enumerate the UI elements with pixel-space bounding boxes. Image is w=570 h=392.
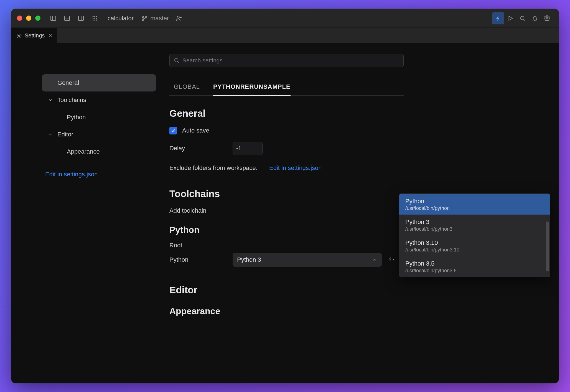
- svg-point-8: [96, 16, 97, 17]
- subsection-python: Python: [169, 225, 404, 235]
- sidebar-item-label: General: [57, 79, 79, 86]
- add-collaborator-button[interactable]: [173, 12, 185, 24]
- sidebar-item-toolchains[interactable]: Toolchains: [42, 91, 156, 109]
- sidebar-item-general[interactable]: General: [42, 74, 156, 91]
- search-input[interactable]: [182, 57, 399, 64]
- svg-point-7: [94, 16, 95, 17]
- tab-settings[interactable]: Settings ✕: [11, 28, 57, 43]
- settings-button[interactable]: [541, 12, 553, 24]
- section-general: General Auto save Delay Exclude folders …: [169, 108, 404, 172]
- python-version-dropdown: Python /usr/local/bin/python Python 3 /u…: [399, 194, 550, 277]
- tab-global[interactable]: GLOBAL: [174, 79, 200, 95]
- section-title: Editor: [169, 284, 404, 296]
- option-name: Python 3.5: [405, 260, 544, 267]
- svg-point-25: [19, 35, 20, 36]
- grid-menu-button[interactable]: [89, 12, 101, 24]
- option-name: Python: [405, 198, 544, 205]
- branch-name: master: [150, 15, 169, 22]
- setting-delay: Delay: [169, 142, 404, 155]
- svg-point-17: [145, 16, 147, 17]
- toggle-bottom-panel-button[interactable]: [61, 12, 73, 24]
- settings-content: GLOBAL PYTHONRERUNSAMPLE General Auto sa…: [167, 43, 559, 383]
- close-window-button[interactable]: [17, 16, 22, 21]
- svg-point-13: [94, 19, 95, 21]
- reset-button[interactable]: [387, 256, 397, 263]
- notifications-button[interactable]: [529, 12, 541, 24]
- setting-add-toolchain: Add toolchain: [169, 207, 404, 214]
- svg-point-14: [96, 19, 97, 21]
- titlebar: calculator master: [11, 9, 559, 28]
- auto-save-label: Auto save: [182, 127, 209, 134]
- toggle-right-panel-button[interactable]: [75, 12, 87, 24]
- branch-icon: [141, 15, 147, 21]
- scope-tabs: GLOBAL PYTHONRERUNSAMPLE: [169, 79, 404, 96]
- gear-icon: [16, 33, 22, 39]
- root-label: Root: [169, 242, 228, 249]
- undo-icon: [388, 256, 395, 263]
- delay-label: Delay: [169, 145, 228, 152]
- sidebar-item-label: Python: [67, 114, 86, 121]
- settings-search[interactable]: [169, 54, 404, 67]
- option-path: /usr/local/bin/python3: [405, 226, 544, 232]
- option-path: /usr/local/bin/python: [405, 205, 544, 211]
- lightning-button[interactable]: [492, 12, 504, 24]
- search-button[interactable]: [516, 12, 529, 24]
- svg-rect-4: [78, 16, 83, 21]
- chevron-up-icon: [372, 257, 377, 263]
- minimize-window-button[interactable]: [26, 16, 31, 21]
- option-name: Python 3.10: [405, 239, 544, 246]
- svg-point-18: [177, 16, 179, 18]
- scrollbar-thumb[interactable]: [546, 222, 549, 271]
- sidebar-item-editor[interactable]: Editor: [42, 126, 156, 143]
- svg-point-22: [521, 16, 524, 20]
- subsection-appearance: Appearance: [169, 306, 404, 316]
- editor-tabs: Settings ✕: [11, 28, 559, 43]
- tab-local[interactable]: PYTHONRERUNSAMPLE: [213, 79, 291, 95]
- python-version-select[interactable]: Python 3: [233, 253, 382, 267]
- run-button[interactable]: [504, 12, 516, 24]
- settings-sidebar: General Toolchains Python Editor: [11, 43, 167, 383]
- section-title: Toolchains: [169, 188, 404, 199]
- svg-marker-21: [509, 16, 513, 20]
- svg-point-24: [546, 17, 548, 19]
- python-label: Python: [169, 256, 228, 263]
- svg-point-12: [93, 19, 94, 21]
- option-name: Python 3: [405, 218, 544, 226]
- sidebar-item-appearance[interactable]: Appearance: [42, 143, 156, 160]
- dropdown-option[interactable]: Python 3.5 /usr/local/bin/python3.5: [399, 256, 550, 277]
- svg-line-27: [178, 62, 179, 63]
- setting-exclude-folders: Exclude folders from workspace. Edit in …: [169, 164, 404, 172]
- dropdown-option[interactable]: Python 3.10 /usr/local/bin/python3.10: [399, 235, 550, 256]
- svg-point-15: [142, 16, 144, 17]
- option-path: /usr/local/bin/python3.5: [405, 268, 544, 274]
- section-toolchains: Toolchains Add toolchain Python Root Pyt…: [169, 188, 404, 267]
- delay-input[interactable]: [233, 142, 263, 155]
- svg-rect-2: [65, 16, 70, 21]
- exclude-folders-text: Exclude folders from workspace.: [169, 164, 258, 172]
- auto-save-checkbox[interactable]: [169, 127, 177, 134]
- edit-settings-json-link[interactable]: Edit in settings.json: [42, 171, 156, 178]
- close-icon[interactable]: ✕: [49, 33, 52, 38]
- dropdown-option[interactable]: Python /usr/local/bin/python: [399, 194, 550, 215]
- option-path: /usr/local/bin/python3.10: [405, 247, 544, 253]
- svg-line-23: [524, 19, 525, 21]
- setting-python-version: Python Python 3: [169, 253, 404, 267]
- svg-point-11: [96, 18, 97, 19]
- main-area: General Toolchains Python Editor: [11, 43, 559, 383]
- section-editor: Editor Appearance: [169, 284, 404, 316]
- svg-point-26: [175, 58, 178, 62]
- vcs-branch[interactable]: master: [138, 15, 173, 22]
- tab-title: Settings: [25, 32, 45, 39]
- chevron-down-icon: [48, 98, 53, 103]
- project-name[interactable]: calculator: [104, 15, 138, 22]
- section-title: General: [169, 108, 404, 119]
- app-window: calculator master Settings ✕: [11, 9, 559, 383]
- toggle-left-panel-button[interactable]: [47, 12, 59, 24]
- exclude-edit-link[interactable]: Edit in settings.json: [269, 164, 322, 172]
- svg-point-10: [94, 18, 95, 19]
- add-toolchain-label: Add toolchain: [169, 207, 206, 214]
- fullscreen-window-button[interactable]: [35, 16, 40, 21]
- dropdown-option[interactable]: Python 3 /usr/local/bin/python3: [399, 215, 550, 235]
- svg-rect-0: [51, 16, 56, 21]
- sidebar-item-python[interactable]: Python: [42, 109, 156, 126]
